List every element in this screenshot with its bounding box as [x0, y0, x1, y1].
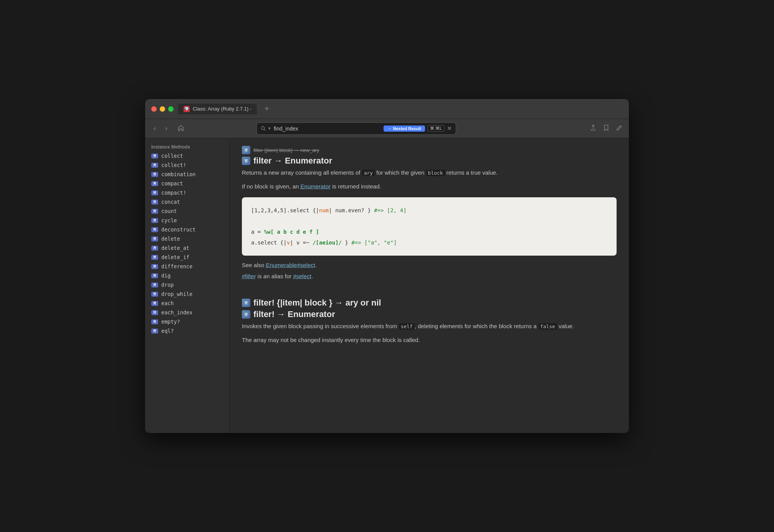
sidebar-item-collect[interactable]: M collect	[145, 151, 229, 160]
filter-bang-icon	[242, 299, 250, 307]
content-area: filter {|item| block} → new_ary filter →…	[230, 138, 629, 433]
filter-code-block: [1,2,3,4,5].select {|num| num.even? } #=…	[242, 197, 617, 256]
filter-description-1: Returns a new array containing all eleme…	[242, 168, 617, 177]
close-button[interactable]	[151, 106, 157, 112]
see-also-text: See also Enumerable#select.	[242, 262, 617, 268]
sidebar-item-label: dig	[161, 273, 170, 279]
sidebar-item-label: delete_at	[161, 245, 189, 251]
sidebar: Instance Methods M collect M collect! M …	[145, 138, 230, 433]
method-badge: M	[151, 292, 158, 297]
method-badge: M	[151, 190, 158, 195]
method-badge: M	[151, 236, 158, 241]
sidebar-item-label: delete	[161, 236, 180, 242]
maximize-button[interactable]	[168, 106, 174, 112]
filter-bang-description-2: The array may not be changed instantly e…	[242, 335, 617, 345]
sidebar-item-concat[interactable]: M concat	[145, 197, 229, 207]
filter-enumerator-heading-area: filter → Enumerator	[242, 156, 617, 166]
sidebar-item-label: compact	[161, 180, 183, 187]
filter-method-icon	[242, 146, 250, 154]
enumerable-select-link[interactable]: Enumerable#select	[266, 262, 315, 268]
sidebar-item-each-index[interactable]: M each_index	[145, 308, 229, 317]
filter-alias-link[interactable]: #filter	[242, 273, 256, 279]
search-dropdown-arrow[interactable]: ▼	[268, 126, 271, 131]
new-tab-button[interactable]: +	[261, 104, 272, 113]
search-bar: ▼ Nested Result ⌘⌘L ✕	[256, 122, 456, 135]
search-input[interactable]	[274, 126, 381, 132]
sidebar-item-eql[interactable]: M eql?	[145, 326, 229, 335]
sidebar-item-delete-at[interactable]: M delete_at	[145, 243, 229, 253]
tab-title: Class: Array (Ruby 2.7.1) -	[193, 106, 251, 112]
section-divider	[242, 289, 617, 298]
method-badge: M	[151, 218, 158, 223]
sidebar-item-combination[interactable]: M combination	[145, 170, 229, 179]
code-line-blank	[251, 216, 607, 226]
filter-bang-enum-icon	[242, 310, 250, 319]
filter-bang-enumerator-heading-area: filter! → Enumerator	[242, 309, 617, 319]
self-code: self	[399, 323, 415, 330]
share-button[interactable]	[590, 124, 597, 133]
sidebar-item-each[interactable]: M each	[145, 299, 229, 308]
sidebar-item-empty[interactable]: M empty?	[145, 317, 229, 326]
method-badge: M	[151, 227, 158, 232]
method-badge: M	[151, 200, 158, 205]
sidebar-item-drop[interactable]: M drop	[145, 280, 229, 289]
sidebar-item-deconstruct[interactable]: M deconstruct	[145, 225, 229, 234]
method-badge: M	[151, 310, 158, 315]
false-code: false	[538, 323, 557, 330]
minimize-button[interactable]	[160, 106, 165, 112]
sidebar-item-delete[interactable]: M delete	[145, 234, 229, 243]
sidebar-item-collect-bang[interactable]: M collect!	[145, 160, 229, 170]
sidebar-item-label: each_index	[161, 309, 192, 316]
filter-enumerator-heading: filter → Enumerator	[253, 156, 332, 166]
sidebar-item-label: eql?	[161, 328, 174, 334]
sidebar-item-compact-bang[interactable]: M compact!	[145, 188, 229, 197]
forward-button[interactable]: ›	[163, 123, 170, 134]
method-badge: M	[151, 163, 158, 168]
svg-line-1	[264, 129, 266, 131]
sidebar-item-label: combination	[161, 171, 195, 177]
svg-point-0	[261, 126, 265, 129]
sidebar-item-label: delete_if	[161, 254, 189, 260]
sidebar-item-compact[interactable]: M compact	[145, 179, 229, 188]
method-badge: M	[151, 172, 158, 177]
method-badge: M	[151, 209, 158, 214]
sidebar-item-label: compact!	[161, 190, 186, 196]
browser-tab[interactable]: 💎 Class: Array (Ruby 2.7.1) -	[178, 104, 257, 114]
sidebar-item-label: drop	[161, 282, 174, 288]
filter-bang-enum-heading: filter! → Enumerator	[253, 309, 335, 319]
back-button[interactable]: ‹	[151, 123, 158, 134]
sidebar-item-delete-if[interactable]: M delete_if	[145, 253, 229, 262]
home-button[interactable]	[174, 123, 187, 134]
method-badge: M	[151, 154, 158, 159]
sidebar-item-cycle[interactable]: M cycle	[145, 216, 229, 225]
code-line-2: a = %w[ a b c d e f ]	[251, 226, 607, 237]
toolbar-actions	[590, 124, 623, 133]
sidebar-item-label: each	[161, 300, 174, 306]
keyboard-shortcut-badge: ⌘⌘L	[427, 125, 445, 132]
method-badge: M	[151, 283, 158, 287]
sidebar-item-drop-while[interactable]: M drop_while	[145, 289, 229, 299]
filter-strikethrough-heading-area: filter {|item| block} → new_ary	[242, 146, 617, 154]
select-alias-link[interactable]: #select	[293, 273, 311, 279]
edit-button[interactable]	[616, 124, 623, 133]
method-badge: M	[151, 319, 158, 324]
sidebar-item-label: cycle	[161, 217, 177, 223]
sidebar-item-count[interactable]: M count	[145, 207, 229, 216]
method-badge: M	[151, 329, 158, 334]
sidebar-item-dig[interactable]: M dig	[145, 271, 229, 280]
sidebar-item-label: collect!	[161, 162, 186, 168]
method-badge: M	[151, 264, 158, 269]
sidebar-item-label: difference	[161, 263, 192, 269]
sidebar-item-label: count	[161, 208, 177, 214]
sidebar-item-difference[interactable]: M difference	[145, 262, 229, 271]
bookmark-button[interactable]	[603, 124, 610, 133]
close-search-button[interactable]: ✕	[447, 125, 452, 132]
titlebar: 💎 Class: Array (Ruby 2.7.1) - +	[145, 99, 629, 119]
sidebar-item-label: drop_while	[161, 291, 192, 297]
sidebar-item-label: collect	[161, 153, 183, 159]
enumerator-link[interactable]: Enumerator	[301, 183, 331, 190]
method-badge: M	[151, 301, 158, 306]
nested-result-badge[interactable]: Nested Result	[384, 126, 425, 132]
main-area: Instance Methods M collect M collect! M …	[145, 138, 629, 433]
block-code: block	[426, 170, 445, 176]
